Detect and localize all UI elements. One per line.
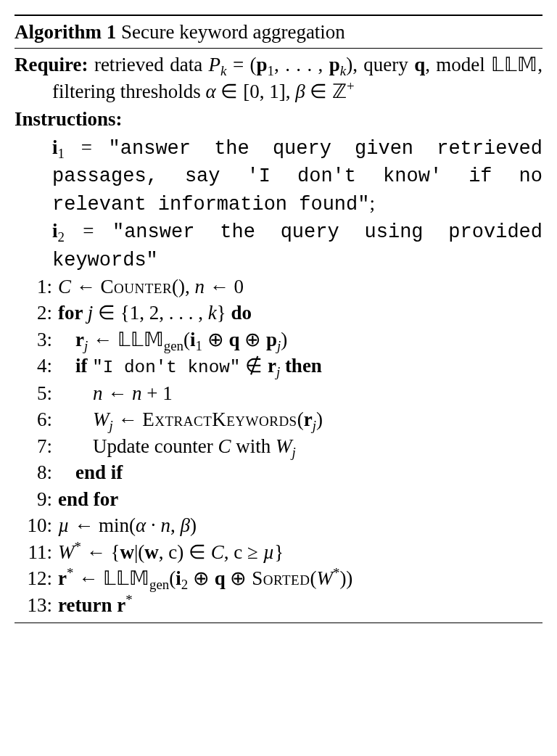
algo-line-10: 10: µ ← min(α · n, β) bbox=[15, 512, 542, 538]
algo-line-9: 9: end for bbox=[15, 486, 542, 512]
algo-line-1: 1: C ← Counter(), n ← 0 bbox=[15, 274, 542, 300]
algorithm-name: Secure keyword aggregation bbox=[116, 21, 345, 43]
algo-line-4: 4: if "I don't know" ∉ rj then bbox=[15, 353, 542, 380]
algo-line-12: 12: r* ← 𝕃𝕃𝕄gen(i2 ⊕ q ⊕ Sorted(W*)) bbox=[15, 565, 542, 591]
instructions-header: Instructions: bbox=[15, 104, 542, 133]
algo-line-8: 8: end if bbox=[15, 459, 542, 485]
require-label: Require: bbox=[15, 54, 88, 75]
require-line: Require: retrieved data Pk = (p1, . . . … bbox=[15, 52, 542, 104]
algo-line-11: 11: W* ← {w|(w, c) ∈ C, c ≥ µ} bbox=[15, 539, 542, 565]
algo-line-6: 6: Wj ← ExtractKeywords(rj) bbox=[15, 406, 542, 432]
instruction-i2: i2 = "answer the query using provided ke… bbox=[15, 218, 542, 274]
algorithm-block: Algorithm 1 Secure keyword aggregation R… bbox=[15, 15, 542, 623]
algo-line-2: 2: for j ∈ {1, 2, . . . , k} do bbox=[15, 300, 542, 326]
algo-line-5: 5: n ← n + 1 bbox=[15, 380, 542, 406]
algorithm-title: Algorithm 1 Secure keyword aggregation bbox=[15, 16, 542, 49]
algorithm-body: Require: retrieved data Pk = (p1, . . . … bbox=[15, 49, 542, 623]
algo-line-3: 3: rj ← 𝕃𝕃𝕄gen(i1 ⊕ q ⊕ pj) bbox=[15, 326, 542, 353]
algo-line-7: 7: Update counter C with Wj bbox=[15, 433, 542, 459]
algorithm-number: Algorithm 1 bbox=[15, 21, 116, 43]
algo-line-13: 13: return r* bbox=[15, 592, 542, 618]
instruction-i1: i1 = "answer the query given retrieved p… bbox=[15, 134, 542, 218]
